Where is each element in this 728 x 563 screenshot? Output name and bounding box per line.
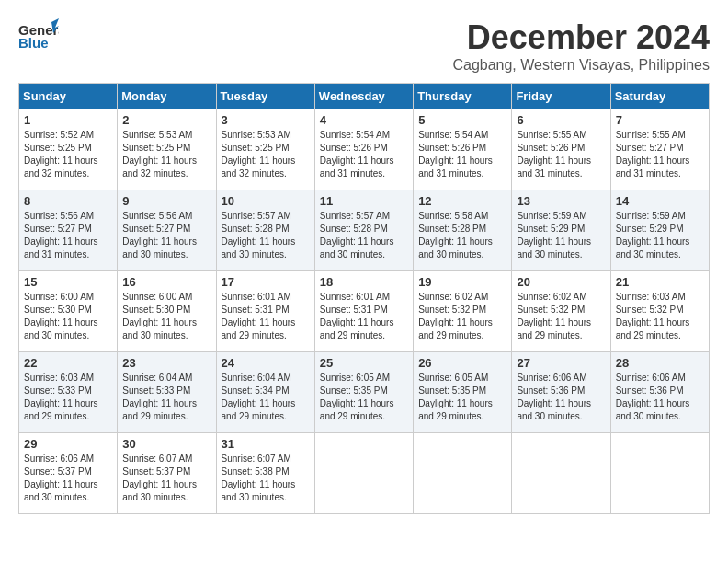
day-info: Sunrise: 6:06 AM Sunset: 5:37 PM Dayligh… <box>24 453 112 504</box>
day-number: 5 <box>418 113 506 127</box>
day-info: Sunrise: 5:53 AM Sunset: 5:25 PM Dayligh… <box>222 129 310 180</box>
day-number: 23 <box>122 356 210 370</box>
header-row: SundayMondayTuesdayWednesdayThursdayFrid… <box>19 84 710 109</box>
day-info: Sunrise: 5:54 AM Sunset: 5:26 PM Dayligh… <box>418 129 506 180</box>
calendar-cell-5-3: 31Sunrise: 6:07 AM Sunset: 5:38 PM Dayli… <box>216 433 314 514</box>
day-number: 16 <box>122 275 210 289</box>
header-day-friday: Friday <box>512 84 610 109</box>
day-number: 12 <box>418 194 506 208</box>
day-info: Sunrise: 6:02 AM Sunset: 5:32 PM Dayligh… <box>517 291 605 342</box>
day-number: 3 <box>222 113 310 127</box>
calendar-cell-2-4: 11Sunrise: 5:57 AM Sunset: 5:28 PM Dayli… <box>314 190 413 271</box>
calendar-cell-5-2: 30Sunrise: 6:07 AM Sunset: 5:37 PM Dayli… <box>118 433 216 514</box>
day-info: Sunrise: 6:00 AM Sunset: 5:30 PM Dayligh… <box>122 291 210 342</box>
calendar-cell-3-1: 15Sunrise: 6:00 AM Sunset: 5:30 PM Dayli… <box>19 271 118 352</box>
header: General Blue December 2024 Cagbang, West… <box>18 18 710 74</box>
day-number: 29 <box>24 437 112 451</box>
calendar-cell-2-1: 8Sunrise: 5:56 AM Sunset: 5:27 PM Daylig… <box>19 190 118 271</box>
calendar-cell-4-1: 22Sunrise: 6:03 AM Sunset: 5:33 PM Dayli… <box>19 352 118 433</box>
day-number: 19 <box>418 275 506 289</box>
day-info: Sunrise: 5:56 AM Sunset: 5:27 PM Dayligh… <box>122 210 210 261</box>
calendar-cell-1-7: 7Sunrise: 5:55 AM Sunset: 5:27 PM Daylig… <box>610 109 709 190</box>
calendar-cell-5-6 <box>512 433 610 514</box>
day-info: Sunrise: 6:05 AM Sunset: 5:35 PM Dayligh… <box>320 372 408 423</box>
location: Cagbang, Western Visayas, Philippines <box>452 57 710 74</box>
day-number: 9 <box>122 194 210 208</box>
day-info: Sunrise: 5:57 AM Sunset: 5:28 PM Dayligh… <box>320 210 408 261</box>
calendar-cell-1-4: 4Sunrise: 5:54 AM Sunset: 5:26 PM Daylig… <box>314 109 413 190</box>
day-info: Sunrise: 5:59 AM Sunset: 5:29 PM Dayligh… <box>616 210 704 261</box>
day-number: 30 <box>122 437 210 451</box>
day-info: Sunrise: 6:06 AM Sunset: 5:36 PM Dayligh… <box>616 372 704 423</box>
calendar-cell-2-5: 12Sunrise: 5:58 AM Sunset: 5:28 PM Dayli… <box>414 190 512 271</box>
day-number: 26 <box>418 356 506 370</box>
calendar-cell-5-1: 29Sunrise: 6:06 AM Sunset: 5:37 PM Dayli… <box>19 433 118 514</box>
calendar-cell-1-1: 1Sunrise: 5:52 AM Sunset: 5:25 PM Daylig… <box>19 109 118 190</box>
calendar-cell-2-7: 14Sunrise: 5:59 AM Sunset: 5:29 PM Dayli… <box>610 190 709 271</box>
calendar-cell-3-7: 21Sunrise: 6:03 AM Sunset: 5:32 PM Dayli… <box>610 271 709 352</box>
calendar-cell-2-3: 10Sunrise: 5:57 AM Sunset: 5:28 PM Dayli… <box>216 190 314 271</box>
calendar-cell-1-3: 3Sunrise: 5:53 AM Sunset: 5:25 PM Daylig… <box>216 109 314 190</box>
day-info: Sunrise: 5:57 AM Sunset: 5:28 PM Dayligh… <box>222 210 310 261</box>
day-number: 28 <box>616 356 704 370</box>
calendar-cell-1-6: 6Sunrise: 5:55 AM Sunset: 5:26 PM Daylig… <box>512 109 610 190</box>
day-number: 10 <box>222 194 310 208</box>
day-info: Sunrise: 5:56 AM Sunset: 5:27 PM Dayligh… <box>24 210 112 261</box>
day-info: Sunrise: 6:01 AM Sunset: 5:31 PM Dayligh… <box>222 291 310 342</box>
day-info: Sunrise: 6:07 AM Sunset: 5:38 PM Dayligh… <box>222 453 310 504</box>
day-number: 18 <box>320 275 408 289</box>
calendar-week-1: 1Sunrise: 5:52 AM Sunset: 5:25 PM Daylig… <box>19 109 710 190</box>
day-info: Sunrise: 5:55 AM Sunset: 5:27 PM Dayligh… <box>616 129 704 180</box>
day-number: 7 <box>616 113 704 127</box>
day-number: 14 <box>616 194 704 208</box>
day-info: Sunrise: 6:02 AM Sunset: 5:32 PM Dayligh… <box>418 291 506 342</box>
calendar-cell-5-4 <box>314 433 413 514</box>
day-info: Sunrise: 5:59 AM Sunset: 5:29 PM Dayligh… <box>517 210 605 261</box>
day-info: Sunrise: 6:05 AM Sunset: 5:35 PM Dayligh… <box>418 372 506 423</box>
header-day-wednesday: Wednesday <box>314 84 413 109</box>
day-info: Sunrise: 6:04 AM Sunset: 5:34 PM Dayligh… <box>222 372 310 423</box>
month-title: December 2024 <box>452 18 710 57</box>
calendar-cell-4-7: 28Sunrise: 6:06 AM Sunset: 5:36 PM Dayli… <box>610 352 709 433</box>
day-info: Sunrise: 6:03 AM Sunset: 5:33 PM Dayligh… <box>24 372 112 423</box>
day-info: Sunrise: 5:53 AM Sunset: 5:25 PM Dayligh… <box>122 129 210 180</box>
calendar-cell-4-3: 24Sunrise: 6:04 AM Sunset: 5:34 PM Dayli… <box>216 352 314 433</box>
calendar-cell-2-2: 9Sunrise: 5:56 AM Sunset: 5:27 PM Daylig… <box>118 190 216 271</box>
day-info: Sunrise: 5:52 AM Sunset: 5:25 PM Dayligh… <box>24 129 112 180</box>
day-number: 4 <box>320 113 408 127</box>
calendar-week-4: 22Sunrise: 6:03 AM Sunset: 5:33 PM Dayli… <box>19 352 710 433</box>
calendar-cell-4-4: 25Sunrise: 6:05 AM Sunset: 5:35 PM Dayli… <box>314 352 413 433</box>
day-number: 21 <box>616 275 704 289</box>
header-day-monday: Monday <box>118 84 216 109</box>
calendar-table: SundayMondayTuesdayWednesdayThursdayFrid… <box>18 83 710 514</box>
calendar-week-5: 29Sunrise: 6:06 AM Sunset: 5:37 PM Dayli… <box>19 433 710 514</box>
day-info: Sunrise: 6:04 AM Sunset: 5:33 PM Dayligh… <box>122 372 210 423</box>
calendar-cell-3-5: 19Sunrise: 6:02 AM Sunset: 5:32 PM Dayli… <box>414 271 512 352</box>
header-day-thursday: Thursday <box>414 84 512 109</box>
day-info: Sunrise: 6:00 AM Sunset: 5:30 PM Dayligh… <box>24 291 112 342</box>
day-info: Sunrise: 5:54 AM Sunset: 5:26 PM Dayligh… <box>320 129 408 180</box>
header-day-saturday: Saturday <box>610 84 709 109</box>
calendar-cell-1-5: 5Sunrise: 5:54 AM Sunset: 5:26 PM Daylig… <box>414 109 512 190</box>
day-number: 31 <box>222 437 310 451</box>
day-number: 6 <box>517 113 605 127</box>
day-info: Sunrise: 6:06 AM Sunset: 5:36 PM Dayligh… <box>517 372 605 423</box>
calendar-cell-4-2: 23Sunrise: 6:04 AM Sunset: 5:33 PM Dayli… <box>118 352 216 433</box>
day-number: 22 <box>24 356 112 370</box>
header-day-sunday: Sunday <box>19 84 118 109</box>
day-number: 15 <box>24 275 112 289</box>
title-section: December 2024 Cagbang, Western Visayas, … <box>452 18 710 74</box>
day-number: 25 <box>320 356 408 370</box>
day-number: 1 <box>24 113 112 127</box>
calendar-cell-3-6: 20Sunrise: 6:02 AM Sunset: 5:32 PM Dayli… <box>512 271 610 352</box>
day-number: 11 <box>320 194 408 208</box>
day-number: 24 <box>222 356 310 370</box>
day-number: 17 <box>222 275 310 289</box>
calendar-week-3: 15Sunrise: 6:00 AM Sunset: 5:30 PM Dayli… <box>19 271 710 352</box>
day-number: 2 <box>122 113 210 127</box>
calendar-cell-2-6: 13Sunrise: 5:59 AM Sunset: 5:29 PM Dayli… <box>512 190 610 271</box>
calendar-cell-3-3: 17Sunrise: 6:01 AM Sunset: 5:31 PM Dayli… <box>216 271 314 352</box>
calendar-cell-3-4: 18Sunrise: 6:01 AM Sunset: 5:31 PM Dayli… <box>314 271 413 352</box>
calendar-cell-5-7 <box>610 433 709 514</box>
calendar-cell-5-5 <box>414 433 512 514</box>
